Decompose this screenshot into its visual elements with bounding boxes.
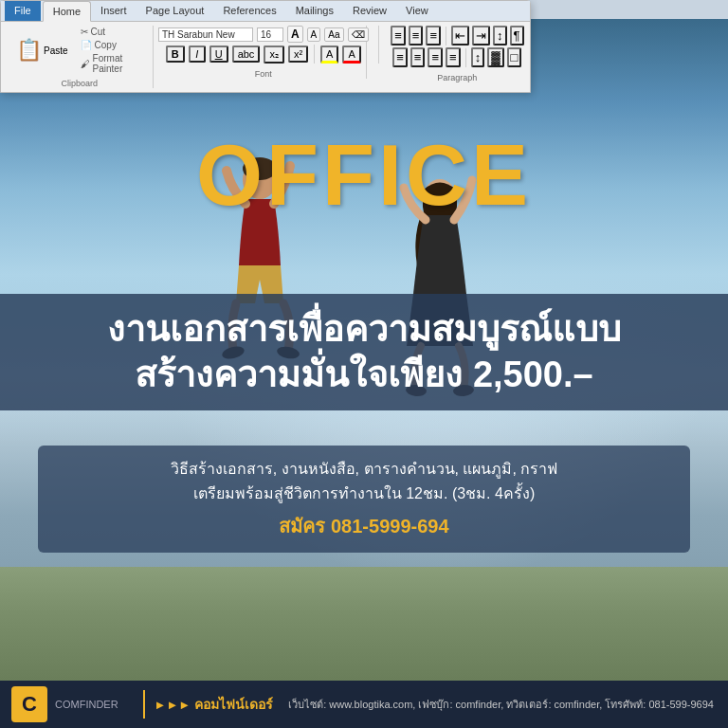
italic-button[interactable]: I: [189, 46, 206, 63]
align-left-button[interactable]: ≡: [392, 47, 408, 67]
font-size-input[interactable]: [257, 27, 283, 42]
clipboard-small-buttons: ✂ Cut 📄 Copy 🖌 Format Painter: [78, 26, 147, 75]
paste-label: Paste: [44, 46, 68, 56]
format-painter-icon: 🖌: [81, 59, 90, 69]
format-painter-button[interactable]: 🖌 Format Painter: [78, 52, 147, 75]
headline-text: งานเอกสารเพื่อความสมบูรณ์แบบ สร้างความมั…: [19, 307, 709, 397]
font-shrink-button[interactable]: A: [307, 27, 321, 42]
text-highlight-button[interactable]: A: [320, 46, 338, 64]
cut-icon: ✂: [81, 27, 88, 37]
ground-area: [0, 567, 728, 681]
tab-insert[interactable]: Insert: [91, 1, 136, 21]
font-separator: [314, 45, 315, 64]
group-separator: [378, 26, 379, 64]
tab-mailings[interactable]: Mailings: [286, 1, 343, 21]
copy-icon: 📄: [81, 40, 92, 50]
paragraph-group: ≡ ≡ ≡ ⇤ ⇥ ↕ ¶ ≡ ≡ ≡ ≡ ↕ ▓ □ Paragraph: [391, 26, 524, 82]
subtitle-line2: เตรียมพร้อมสู่ชีวิตการทำงานใน 12ชม. (3ชม…: [57, 482, 671, 506]
office-text: OFFICE: [196, 128, 532, 223]
numbering-button[interactable]: ≡: [409, 26, 424, 46]
bold-button[interactable]: B: [166, 46, 185, 63]
bottom-bar: C COMFINDER ►►► คอมไฟน์เดอร์ เว็บไซต์: w…: [0, 681, 728, 728]
multilevel-button[interactable]: ≡: [426, 26, 441, 46]
paste-icon: 📋: [16, 38, 42, 63]
headline-box: งานเอกสารเพื่อความสมบูรณ์แบบ สร้างความมั…: [0, 294, 728, 410]
copy-button[interactable]: 📄 Copy: [78, 39, 147, 51]
tab-review[interactable]: Review: [343, 1, 396, 21]
sort-button[interactable]: ↕: [493, 26, 507, 46]
brand-name-text: คอมไฟน์เดอร์: [194, 694, 273, 715]
ms-word-ribbon: File Home Insert Page Layout References …: [0, 0, 531, 93]
phone-text: สมัคร 081-5999-694: [57, 511, 671, 541]
cut-label: Cut: [91, 27, 106, 37]
tab-view[interactable]: View: [396, 1, 438, 21]
font-row2: B I U abc x₂ x² A A: [166, 45, 361, 64]
tab-references[interactable]: References: [213, 1, 285, 21]
change-case-button[interactable]: Aa: [324, 27, 343, 42]
font-name-input[interactable]: [158, 27, 253, 42]
show-marks-button[interactable]: ¶: [510, 26, 524, 46]
logo-area: C COMFINDER: [11, 686, 118, 722]
copy-label: Copy: [95, 40, 117, 50]
tab-home[interactable]: Home: [43, 1, 91, 22]
cut-button[interactable]: ✂ Cut: [78, 26, 147, 38]
align-right-button[interactable]: ≡: [428, 47, 443, 67]
ribbon-body: 📋 Paste ✂ Cut 📄 Copy 🖌 Format Painter: [1, 22, 530, 92]
font-row1: A A Aa ⌫: [158, 26, 369, 43]
increase-indent-button[interactable]: ⇥: [472, 26, 490, 46]
headline-line2: สร้างความมั่นใจเพียง 2,500.–: [135, 355, 592, 394]
office-title-area: OFFICE: [0, 133, 728, 218]
brand-arrow-icon: ►►►: [155, 698, 191, 712]
bottom-brand: ►►► คอมไฟน์เดอร์: [155, 694, 274, 715]
font-group: A A Aa ⌫ B I U abc x₂ x² A A Font: [161, 26, 367, 79]
paste-button[interactable]: 📋 Paste: [12, 36, 72, 64]
ribbon-tab-bar: File Home Insert Page Layout References …: [1, 1, 530, 22]
clipboard-group: 📋 Paste ✂ Cut 📄 Copy 🖌 Format Painter: [7, 26, 154, 88]
subtitle-box: วิธีสร้างเอกสาร, งานหนังสือ, ตารางคำนวน,…: [38, 446, 690, 553]
clipboard-group-label: Clipboard: [62, 79, 99, 88]
tab-page-layout[interactable]: Page Layout: [136, 1, 214, 21]
font-grow-button[interactable]: A: [287, 26, 303, 43]
shading-button[interactable]: ▓: [487, 47, 503, 67]
text-highlight-icon: A: [326, 48, 333, 60]
poster-area: OFFICE Word Excel งานเอกสารเพื่อความสมบู…: [0, 19, 728, 728]
para-sep1: [446, 27, 446, 46]
justify-button[interactable]: ≡: [446, 47, 461, 67]
format-painter-label: Format Painter: [93, 53, 144, 74]
bullets-button[interactable]: ≡: [391, 26, 406, 46]
bottom-divider: [143, 690, 145, 719]
para-sep2: [465, 48, 466, 67]
text-color-icon: A: [348, 48, 355, 60]
logo-name: COMFINDER: [55, 698, 118, 711]
logo-letter: C: [11, 686, 47, 722]
para-row1: ≡ ≡ ≡ ⇤ ⇥ ↕ ¶: [391, 26, 523, 46]
decrease-indent-button[interactable]: ⇤: [451, 26, 469, 46]
underline-button[interactable]: U: [209, 46, 228, 63]
borders-button[interactable]: □: [507, 47, 522, 67]
subtitle-line1: วิธีสร้างเอกสาร, งานหนังสือ, ตารางคำนวน,…: [57, 457, 671, 482]
font-group-label: Font: [255, 69, 272, 79]
line-spacing-button[interactable]: ↕: [471, 47, 485, 67]
paragraph-group-label: Paragraph: [437, 73, 477, 82]
clear-format-button[interactable]: ⌫: [348, 27, 369, 42]
headline-line1: งานเอกสารเพื่อความสมบูรณ์แบบ: [107, 309, 621, 349]
text-color-button[interactable]: A: [342, 46, 360, 64]
para-row2: ≡ ≡ ≡ ≡ ↕ ▓ □: [392, 47, 521, 67]
tab-file[interactable]: File: [5, 1, 41, 21]
contact-info: เว็บไซต์: www.blogtika.com, เฟซบุ๊ก: com…: [288, 696, 717, 713]
superscript-button[interactable]: x²: [288, 46, 308, 63]
strikethrough-button[interactable]: abc: [232, 46, 261, 63]
subscript-button[interactable]: x₂: [264, 46, 284, 64]
align-center-button[interactable]: ≡: [410, 47, 426, 67]
